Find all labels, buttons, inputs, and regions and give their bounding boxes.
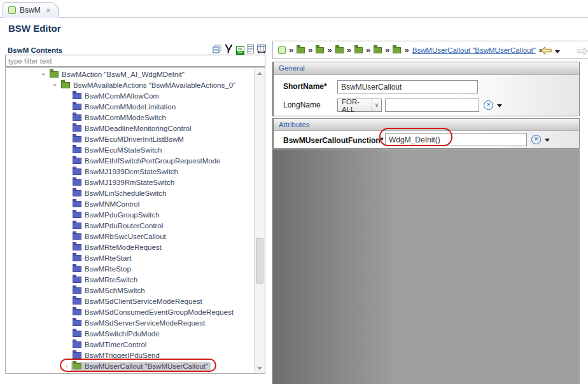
folder-icon (73, 233, 81, 240)
tree-item[interactable]: BswMSdConsumedEventGroupModeRequest (6, 306, 254, 317)
folder-icon (73, 190, 81, 196)
tree-item-label: BswMDeadlineMonitoringControl (85, 125, 191, 132)
breadcrumb-folder-icon[interactable] (393, 47, 401, 53)
breadcrumb-separator: » (326, 45, 332, 55)
tree-item[interactable]: ›BswMAvailableActions "BswMAvailableActi… (6, 79, 254, 90)
tree-item[interactable]: BswMEcuMDriverInitListBswM (6, 134, 254, 144)
folder-icon (73, 201, 81, 207)
tree-item-label: BswMLinScheduleSwitch (85, 189, 166, 197)
tree-item-label: BswMAction "BswM_AI_WdgMDeInit" (62, 71, 185, 78)
value-options-dropdown-icon[interactable] (497, 104, 502, 107)
tree-filter-input[interactable] (5, 55, 265, 67)
expand-chevron-icon[interactable]: › (62, 360, 71, 371)
tree-item[interactable]: ›BswMUserCallout "BswMUserCallout" (6, 360, 254, 371)
folder-icon (73, 341, 81, 348)
breadcrumb-folder-icon[interactable] (316, 47, 324, 53)
tree-item-label: BswMJ1939DcmStateSwitch (85, 168, 178, 175)
tab-label: BswM (20, 6, 41, 15)
tree-item[interactable]: BswMComMModeLimitation (6, 101, 254, 112)
back-history-dropdown-icon[interactable] (555, 50, 560, 53)
tree-item[interactable]: BswMRteModeRequest (6, 242, 254, 252)
tree-item[interactable]: BswMTimerControl (6, 339, 254, 350)
folder-icon (73, 363, 81, 369)
tree-item-label: BswMEthIfSwitchPortGroupRequestMode (85, 157, 220, 165)
tree-scrollbar[interactable] (254, 68, 265, 373)
scrollbar-thumb[interactable] (256, 238, 263, 284)
breadcrumb-folder-icon[interactable] (354, 47, 363, 53)
breadcrumb-module-icon[interactable] (278, 46, 286, 54)
vp-badge-icon[interactable]: VP nos (236, 46, 244, 55)
scroll-up-icon[interactable] (255, 68, 265, 78)
tree-item[interactable]: BswMTriggerIPduSend (6, 350, 254, 360)
breadcrumb-link[interactable]: BswMUserCallout "BswMUserCallout" (412, 46, 536, 54)
scroll-down-icon[interactable] (255, 363, 265, 373)
tree-item[interactable]: BswMRteStop (6, 263, 254, 274)
folder-icon (73, 114, 81, 121)
breadcrumb-folder-icon[interactable] (374, 47, 382, 53)
tree-item[interactable]: BswMJ1939RmStateSwitch (6, 177, 254, 188)
tree-item-label: BswMAvailableActions "BswMAvailableActio… (73, 81, 235, 89)
folder-icon (73, 320, 81, 326)
back-arrow-icon[interactable] (541, 46, 552, 57)
module-icon (8, 6, 16, 14)
tree-item-label: BswMRteStart (85, 254, 132, 262)
tree-item[interactable]: BswMComMAllowCom (6, 90, 254, 101)
tree-item[interactable]: BswMNMControl (6, 198, 254, 209)
tree-item[interactable]: BswMEthIfSwitchPortGroupRequestMode (6, 155, 254, 166)
forward-arrow-icon[interactable] (577, 46, 588, 58)
breadcrumb-folder-icon[interactable] (335, 47, 344, 53)
reset-value-icon[interactable] (531, 135, 541, 144)
tree-item[interactable]: BswMRteSwitch (6, 274, 254, 285)
close-icon[interactable]: ✕ (46, 7, 51, 14)
longname-input[interactable] (385, 99, 479, 112)
folder-icon (73, 352, 81, 359)
tree-item-label: BswMEcuMStateSwitch (85, 146, 162, 154)
tree-item[interactable]: BswMPduGroupSwitch (6, 209, 254, 220)
tree-item-label: BswMComMAllowCom (85, 92, 159, 100)
tree-item-label: BswMJ1939RmStateSwitch (85, 179, 174, 186)
tree-item[interactable]: BswMRbSwcUserCallout (6, 231, 254, 242)
attributes-section: Attributes BswMUserCalloutFunction* (272, 118, 580, 149)
callout-function-label: BswMUserCalloutFunction* (283, 136, 383, 145)
folder-icon (73, 147, 81, 153)
tree-item[interactable]: BswMComMModeSwitch (6, 112, 254, 123)
breadcrumb: »»»»»»»BswMUserCallout "BswMUserCallout"… (278, 41, 544, 58)
folder-icon (73, 125, 81, 132)
form-empty-area (272, 149, 580, 384)
longname-language-select[interactable]: FOR-ALL ∨ (337, 99, 382, 112)
tree: ›BswMAction "BswM_AI_WdgMDeInit"›BswMAva… (6, 69, 254, 371)
tab-bswm[interactable]: BswM ✕ (3, 2, 59, 18)
shortname-input[interactable] (337, 80, 478, 93)
breadcrumb-bar: »»»»»»»BswMUserCallout "BswMUserCallout"… (272, 41, 588, 59)
tree-item[interactable]: ›BswMAction "BswM_AI_WdgMDeInit" (6, 69, 254, 79)
bswm-contents-tree: ›BswMAction "BswM_AI_WdgMDeInit"›BswMAva… (5, 67, 265, 374)
tree-item[interactable]: BswMSdServerServiceModeRequest (6, 317, 254, 328)
tree-item-label: BswMTriggerIPduSend (85, 352, 160, 359)
folder-icon (73, 179, 81, 186)
expand-chevron-icon[interactable]: › (38, 69, 49, 79)
general-section-title: General (274, 62, 579, 75)
folder-icon (73, 287, 81, 294)
tree-item[interactable]: BswMEcuMStateSwitch (6, 144, 254, 155)
tree-item[interactable]: BswMDeadlineMonitoringControl (6, 123, 254, 134)
longname-label: LongName (283, 100, 321, 109)
folder-icon (73, 309, 81, 315)
folder-icon (73, 331, 81, 337)
tree-item[interactable]: BswMRteStart (6, 252, 254, 263)
tree-item[interactable]: BswMSwitchIPduMode (6, 328, 254, 339)
tree-item[interactable]: BswMJ1939DcmStateSwitch (6, 166, 254, 177)
tree-item[interactable]: BswMSdClientServiceModeRequest (6, 296, 254, 306)
tree-item-label: BswMRteModeRequest (85, 243, 162, 251)
page-title: BSW Editor (8, 23, 61, 34)
expand-chevron-icon[interactable]: › (50, 80, 60, 90)
tree-item[interactable]: BswMLinScheduleSwitch (6, 188, 254, 198)
breadcrumb-folder-icon[interactable] (297, 47, 305, 53)
callout-function-input[interactable] (385, 133, 527, 146)
breadcrumb-nav (541, 46, 560, 57)
reset-value-icon[interactable] (484, 100, 493, 110)
tree-item[interactable]: BswMPduRouterControl (6, 220, 254, 231)
tree-item[interactable]: BswMSchMSwitch (6, 285, 254, 296)
value-options-dropdown-icon[interactable] (545, 139, 550, 142)
folder-icon (73, 104, 81, 110)
tree-item-label: BswMComMModeLimitation (85, 103, 176, 111)
